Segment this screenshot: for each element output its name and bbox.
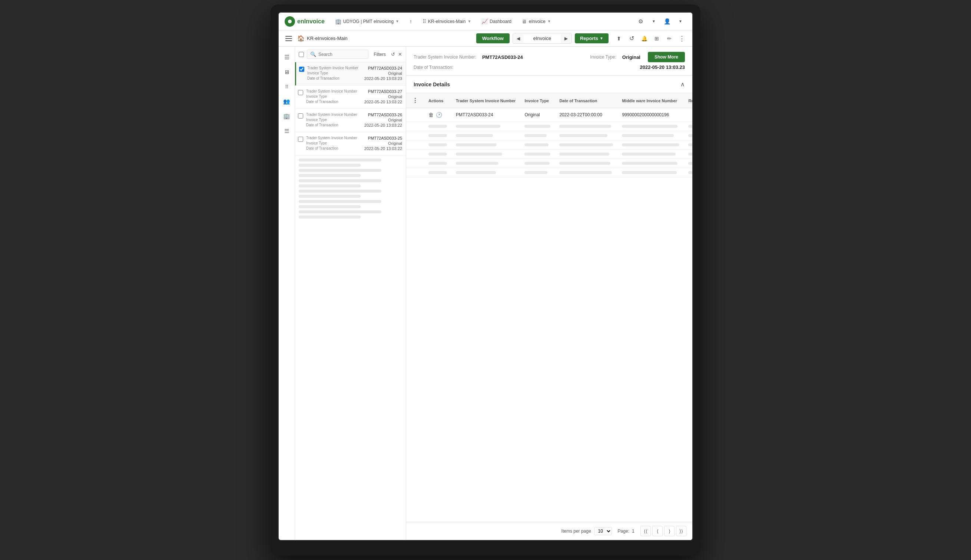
column-menu-icon[interactable]: ⋮ [411,96,419,105]
pagination-buttons: ⟨⟨ ⟨ ⟩ ⟩⟩ [640,526,686,536]
top-nav-right: ⚙ ▼ 👤 ▼ [635,15,686,27]
more-options-button[interactable]: ⋮ [676,33,688,45]
date-label: Date of Transaction [307,76,339,81]
refresh-button[interactable]: ↺ [626,33,637,45]
list-item-content: Trader System Invoice Number PMT72ASD033… [306,89,402,105]
upload-icon-nav[interactable]: ↑ [406,17,415,26]
org-selector[interactable]: 🏢 UDYOG | PMT eInvoicing ▼ [332,17,402,26]
logo[interactable]: enInvoice [285,16,325,27]
date-value: 2022-05-20 13:03:22 [364,100,402,104]
hamburger-button[interactable] [283,34,294,43]
search-box[interactable]: 🔍 [307,50,368,59]
next-page-button[interactable]: ⟩ [664,526,675,536]
history-icon[interactable]: 🕐 [436,112,442,118]
breadcrumb-text: KR-eInvoices-Main [307,35,348,41]
user-chevron[interactable]: ▼ [675,15,686,27]
upload-button[interactable]: ⬆ [613,33,625,45]
tsn-header-label: Trader System Invoice Number: [414,55,476,60]
breadcrumb: 🏠 KR-eInvoices-Main [297,35,473,42]
invoice-details-section: Invoice Details ∧ ⋮ Actions [406,75,692,540]
list-item[interactable]: Trader System Invoice Number PMT72ASD033… [295,62,406,85]
col-relevant: Relevant I... [684,93,692,108]
sidebar-list-icon[interactable]: ☰ [280,125,294,138]
list-item-checkbox[interactable] [298,90,303,95]
dashboard-nav[interactable]: 📈 Dashboard [478,17,515,26]
edit-button[interactable]: ✏ [663,33,675,45]
type-label: Invoice Type [307,71,328,75]
row-actions: 🗑 🕐 [428,112,447,118]
type-label: Invoice Type [306,95,327,99]
workflow-button[interactable]: Workflow [476,33,510,43]
section-header: Invoice Details ∧ [406,75,692,93]
sidebar-menu-button[interactable]: ☰ [280,50,294,64]
list-item-checkbox[interactable] [299,67,304,72]
date-header-label: Date of Transaction: [414,65,453,70]
notification-button[interactable]: 🔔 [638,33,650,45]
grid-view-button[interactable]: ⊞ [651,33,663,45]
items-per-page-select[interactable]: 10 25 50 [594,527,612,535]
einvoice-next-button[interactable]: ▶ [561,34,572,43]
app-group-selector[interactable]: ⠿ KR-eInvoices-Main ▼ [419,17,474,26]
col-actions: Actions [424,93,451,108]
list-item-checkbox[interactable] [298,113,303,118]
detail-header: Trader System Invoice Number: PMT72ASD03… [406,47,692,75]
select-all-checkbox[interactable] [299,52,304,57]
list-collapse-icon[interactable]: ✕ [398,52,402,57]
tsn-label: Trader System Invoice Number [307,66,358,70]
sidebar-apps-icon[interactable]: ⠿ [280,80,294,93]
sub-nav-icons: ⬆ ↺ 🔔 ⊞ ✏ ⋮ [613,33,688,45]
show-more-button[interactable]: Show More [648,52,685,62]
page-label: Page: [618,528,629,534]
settings-button[interactable]: ⚙ [635,15,646,27]
skeleton-row [406,150,692,159]
tsn-value: PMT72ASD033-26 [368,113,402,117]
grid-dots-icon: ⠿ [423,18,426,25]
col-tsn: Trader System Invoice Number [451,93,520,108]
sidebar-building-icon[interactable]: 🏢 [280,110,294,123]
row-date-cell: 2022-03-22T00:00:00 [555,108,617,122]
user-button[interactable]: 👤 [661,15,673,27]
settings-chevron[interactable]: ▼ [648,15,660,27]
search-input[interactable] [318,52,365,57]
tsn-value: PMT72ASD033-25 [368,136,402,140]
list-item[interactable]: Trader System Invoice Number PMT72ASD033… [295,132,406,155]
einvoice-chevron-icon: ▼ [547,19,551,23]
reports-button[interactable]: Reports ▼ [575,33,608,43]
right-panel: Trader System Invoice Number: PMT72ASD03… [406,47,692,540]
type-value: Original [388,141,402,145]
list-item-content: Trader System Invoice Number PMT72ASD033… [307,66,402,82]
logo-icon [285,16,295,27]
list-item[interactable]: Trader System Invoice Number PMT72ASD033… [295,109,406,132]
skeleton-row [406,159,692,168]
list-item-checkbox[interactable] [298,137,303,142]
tsn-value: PMT72ASD033-27 [368,89,402,94]
sidebar-users-icon[interactable]: 👥 [280,95,294,108]
last-page-button[interactable]: ⟩⟩ [676,526,686,536]
skeleton-row [406,131,692,140]
date-label: Date of Transaction [306,100,338,104]
einvoice-prev-button[interactable]: ◀ [513,34,524,43]
org-label: UDYOG | PMT eInvoicing [343,19,394,24]
type-value: Original [388,95,402,99]
first-page-button[interactable]: ⟨⟨ [640,526,651,536]
filters-button[interactable]: Filters [371,50,388,58]
prev-page-button[interactable]: ⟨ [652,526,663,536]
type-value: Original [388,71,402,75]
einvoice-nav[interactable]: 🖥 eInvoice ▼ [519,17,554,26]
left-panel-toolbar: 🔍 Filters ↺ ✕ [295,47,406,62]
invoice-table: ⋮ Actions Trader System Invoice Number I… [406,93,692,177]
date-label: Date of Transaction [306,123,338,127]
delete-icon[interactable]: 🗑 [428,112,434,118]
col-middleware: Middle ware Invoice Number [617,93,684,108]
row-actions-cell: 🗑 🕐 [424,108,451,122]
app-name: enInvoice [297,18,325,25]
home-icon[interactable]: 🏠 [297,35,305,42]
list-refresh-icon[interactable]: ↺ [391,52,395,57]
row-middleware-cell: 9990000200000000196 [617,108,684,122]
section-title: Invoice Details [414,82,450,87]
sidebar-monitor-icon[interactable]: 🖥 [280,65,294,78]
list-item[interactable]: Trader System Invoice Number PMT72ASD033… [295,85,406,109]
collapse-button[interactable]: ∧ [680,81,685,88]
tsn-label: Trader System Invoice Number [306,113,357,117]
search-icon: 🔍 [310,52,316,57]
